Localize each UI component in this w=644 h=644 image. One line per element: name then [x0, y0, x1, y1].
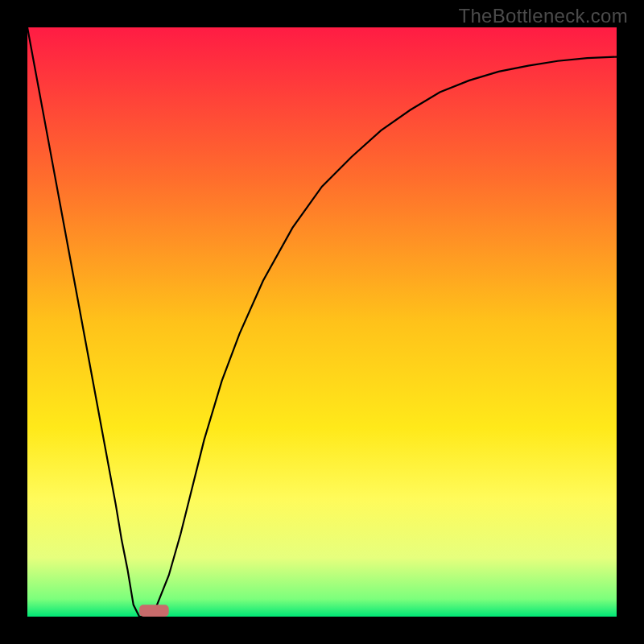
gradient-background	[27, 27, 617, 617]
chart-svg	[27, 27, 617, 617]
plot-area	[27, 27, 617, 617]
target-marker	[139, 605, 169, 617]
watermark-text: TheBottleneck.com	[458, 5, 628, 27]
chart-frame: TheBottleneck.com	[0, 0, 644, 644]
